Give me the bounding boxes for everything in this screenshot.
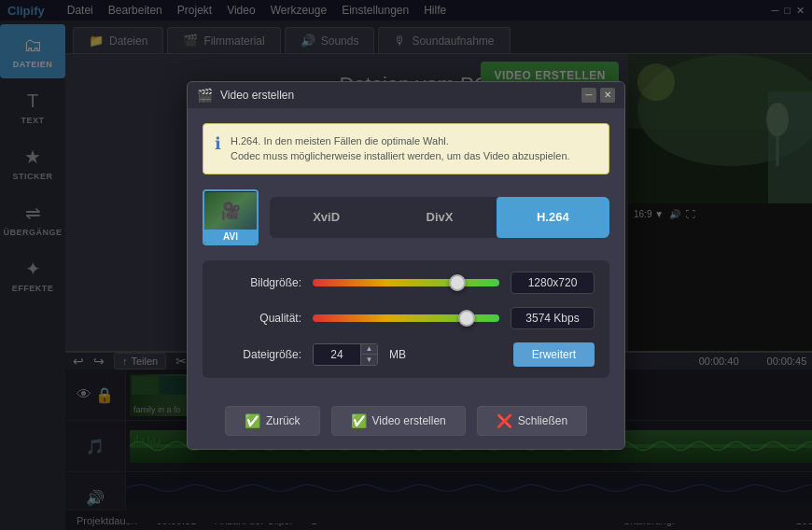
info-text: H.264. In den meisten Fällen die optimal…	[231, 133, 570, 164]
dateigroesse-label: Dateigröße:	[217, 348, 301, 361]
codec-xvid[interactable]: XviD	[270, 197, 383, 238]
bildgroesse-slider-thumb[interactable]	[449, 274, 466, 291]
qualitaet-slider-track	[313, 314, 499, 322]
codec-thumb-image: 🎥	[204, 192, 257, 230]
video-create-footer-button[interactable]: ✅ Video erstellen	[331, 406, 466, 436]
close-label: Schließen	[518, 414, 567, 427]
qualitaet-label: Qualität:	[217, 312, 301, 325]
bildgroesse-slider-container	[313, 279, 499, 286]
back-label: Zurück	[266, 414, 301, 427]
settings-section: Bildgröße: 1280x720 Qualität:	[203, 260, 609, 378]
codec-section: 🎥 AVI XviD DivX H.264	[203, 189, 609, 245]
codec-thumbnail: 🎥 AVI	[203, 189, 259, 245]
filesize-spinner: ▲ ▼	[313, 343, 378, 366]
create-label: Video erstellen	[372, 414, 446, 427]
back-button[interactable]: ✅ Zurück	[225, 406, 320, 436]
info-line2: Codec muss möglicherweise installiert we…	[231, 148, 570, 164]
spinner-up-button[interactable]: ▲	[360, 344, 377, 355]
dialog-title: Video erstellen	[220, 89, 294, 102]
close-dialog-button[interactable]: ❌ Schließen	[477, 406, 587, 436]
dialog-close-button[interactable]: ✕	[600, 88, 615, 103]
filesize-unit: MB	[389, 348, 406, 361]
dialog-overlay: 🎬 Video erstellen ─ ✕ ℹ H.264. In den me…	[0, 0, 812, 530]
bildgroesse-label: Bildgröße:	[217, 276, 301, 289]
codec-h264[interactable]: H.264	[497, 197, 609, 238]
info-line1: H.264. In den meisten Fällen die optimal…	[231, 133, 570, 149]
dateigroesse-input[interactable]	[314, 344, 360, 365]
bildgroesse-value: 1280x720	[511, 272, 595, 294]
dialog-content: ℹ H.264. In den meisten Fällen die optim…	[188, 108, 624, 393]
dialog-title-icon: 🎬	[197, 88, 213, 103]
video-erstellen-dialog: 🎬 Video erstellen ─ ✕ ℹ H.264. In den me…	[187, 81, 625, 450]
bildgroesse-slider-track	[313, 279, 499, 286]
spinner-buttons: ▲ ▼	[360, 344, 377, 365]
qualitaet-row: Qualität: 3574 Kbps	[217, 307, 595, 329]
dialog-title-controls: ─ ✕	[581, 88, 615, 103]
back-icon: ✅	[245, 413, 260, 428]
erweitert-button[interactable]: Erweitert	[513, 342, 595, 367]
codec-buttons: XviD DivX H.264	[270, 197, 609, 238]
dateigroesse-row: Dateigröße: ▲ ▼ MB Erweitert	[217, 342, 595, 367]
qualitaet-slider-thumb[interactable]	[458, 310, 475, 327]
info-icon: ℹ	[215, 133, 221, 164]
bildgroesse-row: Bildgröße: 1280x720	[217, 272, 595, 294]
codec-thumb-label: AVI	[204, 230, 257, 244]
create-icon: ✅	[351, 413, 367, 428]
close-icon: ❌	[497, 413, 512, 428]
codec-divx[interactable]: DivX	[383, 197, 496, 238]
qualitaet-value: 3574 Kbps	[511, 307, 595, 329]
dialog-footer: ✅ Zurück ✅ Video erstellen ❌ Schließen	[188, 393, 624, 449]
dialog-title-bar: 🎬 Video erstellen ─ ✕	[188, 82, 624, 108]
info-box: ℹ H.264. In den meisten Fällen die optim…	[203, 123, 609, 174]
spinner-down-button[interactable]: ▼	[360, 355, 377, 365]
dialog-minimize-button[interactable]: ─	[581, 88, 596, 103]
qualitaet-slider-container	[313, 314, 499, 322]
